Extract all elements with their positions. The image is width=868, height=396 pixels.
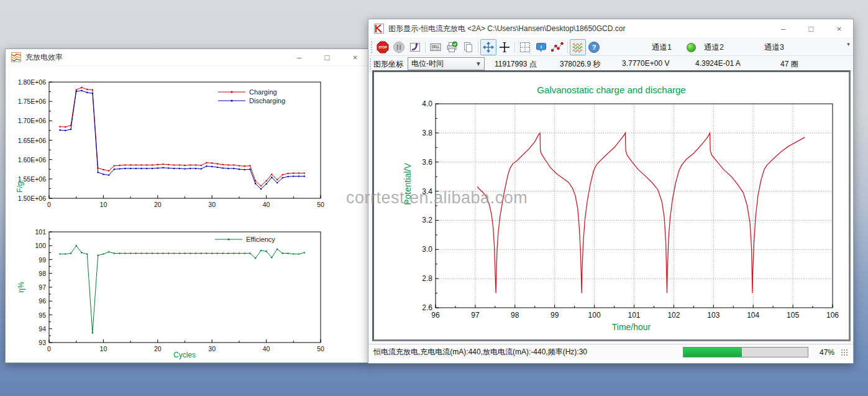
- svg-text:100: 100: [35, 242, 46, 249]
- right-window-titlebar[interactable]: 图形显示-恒电流充放电 <2A> C:\Users\Hansen\Desktop…: [368, 19, 853, 39]
- efficiency-chart: 0102030405093949596979899100101Efficienc…: [6, 226, 369, 357]
- channel-3-label[interactable]: 通道3: [764, 42, 784, 53]
- svg-text:1.80E+06: 1.80E+06: [18, 78, 46, 86]
- help-icon: ?: [588, 41, 600, 53]
- svg-text:3.8: 3.8: [422, 129, 432, 137]
- svg-text:97: 97: [471, 311, 480, 320]
- time-axis-label: Time/hour: [612, 322, 651, 332]
- cell-button[interactable]: CELL: [427, 39, 444, 55]
- grid-button[interactable]: [517, 39, 533, 55]
- svg-text:3.6: 3.6: [422, 158, 432, 167]
- axis-ticks: 0102030405093949596979899100101: [35, 228, 324, 352]
- app-window-icon: [374, 24, 384, 34]
- fit-view-button[interactable]: [480, 39, 496, 55]
- loops-readout: 47 圈: [780, 59, 798, 70]
- print-icon: [445, 41, 458, 53]
- svg-text:102: 102: [667, 311, 680, 320]
- svg-text:96: 96: [39, 297, 46, 305]
- channel-2-label[interactable]: 通道2: [704, 42, 724, 53]
- scatter-curve-icon: [551, 41, 564, 53]
- plot-frame: [49, 232, 321, 343]
- stop-icon: STOP: [377, 41, 389, 53]
- status-bar: 恒电流充放电,充电电流(mA):440,放电电流(mA):-440,频率(Hz)…: [368, 344, 853, 360]
- svg-text:10: 10: [100, 201, 107, 208]
- data-points-button[interactable]: [549, 39, 565, 55]
- pause-icon: [393, 41, 405, 53]
- progress-bar: [683, 347, 808, 357]
- svg-text:CELL: CELL: [432, 45, 439, 48]
- status-text: 恒电流充放电,充电电流(mA):440,放电电流(mA):-440,频率(Hz)…: [373, 347, 587, 357]
- svg-text:2.6: 2.6: [422, 303, 432, 312]
- coordinate-type-dropdown[interactable]: 电位-时间 ▼: [408, 57, 485, 70]
- dropdown-value: 电位-时间: [411, 58, 444, 69]
- progress-percent-label: 47%: [813, 348, 834, 357]
- toolbar-separator: [478, 42, 478, 53]
- svg-text:40: 40: [263, 201, 270, 208]
- svg-text:1.60E+06: 1.60E+06: [18, 156, 46, 163]
- svg-text:30: 30: [208, 201, 216, 208]
- svg-text:95: 95: [39, 311, 46, 319]
- fit-view-icon: [482, 41, 495, 53]
- svg-text:20: 20: [154, 345, 162, 352]
- grid-icon: [519, 41, 531, 53]
- edit-params-button[interactable]: [407, 39, 423, 55]
- svg-text:3.4: 3.4: [422, 187, 432, 196]
- svg-text:30: 30: [208, 345, 216, 352]
- close-button[interactable]: ×: [825, 19, 853, 38]
- svg-text:93: 93: [39, 339, 46, 346]
- coord-label: 图形坐标: [373, 59, 403, 70]
- svg-text:98: 98: [39, 270, 46, 277]
- crosshair-button[interactable]: [496, 39, 513, 55]
- svg-text:105: 105: [787, 311, 799, 320]
- svg-text:1.50E+06: 1.50E+06: [18, 195, 46, 202]
- toolbar-overflow-button[interactable]: ▾: [844, 42, 852, 52]
- fg-axis-label: F/g: [16, 182, 24, 192]
- svg-text:Discharging: Discharging: [249, 97, 285, 104]
- current-readout: 4.3924E-01 A: [695, 59, 741, 68]
- svg-text:106: 106: [826, 311, 839, 320]
- toolbar-separator: [567, 42, 568, 53]
- maximize-button[interactable]: □: [797, 19, 825, 38]
- toolbar-separator: [514, 42, 515, 53]
- axis-ticks: 969798991001011021031041051062.62.83.03.…: [422, 99, 839, 320]
- print-button[interactable]: [444, 39, 460, 55]
- annotation-button[interactable]: i: [533, 39, 549, 55]
- graph-display-window: 图形显示-恒电流充放电 <2A> C:\Users\Hansen\Desktop…: [368, 19, 854, 364]
- info-bubble-icon: i: [535, 41, 547, 53]
- svg-text:0: 0: [47, 345, 51, 352]
- pause-button[interactable]: [391, 39, 407, 55]
- svg-text:104: 104: [747, 311, 759, 320]
- minimize-button[interactable]: –: [769, 19, 797, 38]
- svg-text:101: 101: [628, 311, 640, 320]
- stop-button[interactable]: STOP: [375, 39, 391, 55]
- efficiency-window: 充放电效率 – □ × 010203040501.50E+061.55E+061…: [5, 48, 370, 363]
- crosshair-icon: [498, 41, 511, 53]
- legend: ChargingDischarging: [218, 88, 285, 104]
- svg-text:40: 40: [263, 345, 270, 352]
- svg-text:?: ?: [592, 44, 596, 51]
- svg-text:4.0: 4.0: [422, 99, 432, 108]
- svg-text:20: 20: [154, 201, 162, 208]
- svg-text:97: 97: [39, 283, 46, 291]
- series-lines: [59, 245, 305, 333]
- channel-1-label[interactable]: 通道1: [652, 42, 672, 53]
- copy-icon: [462, 41, 474, 53]
- svg-text:94: 94: [39, 325, 46, 333]
- edit-params-icon: [409, 41, 421, 53]
- resize-grip[interactable]: [841, 349, 848, 356]
- coordbar-grip: [370, 58, 371, 70]
- points-readout: 11917993 点: [495, 59, 537, 70]
- svg-text:50: 50: [317, 201, 324, 208]
- progress-fill: [683, 348, 742, 357]
- toolbar-separator: [425, 42, 426, 53]
- svg-text:3.0: 3.0: [422, 245, 432, 254]
- svg-text:99: 99: [550, 311, 559, 320]
- waveform-button[interactable]: [570, 39, 586, 55]
- help-button[interactable]: ?: [586, 39, 602, 55]
- seconds-readout: 378026.9 秒: [560, 59, 600, 70]
- copy-button[interactable]: [460, 39, 476, 55]
- svg-text:i: i: [541, 44, 542, 49]
- waveform-icon: [572, 41, 584, 53]
- cell-icon: CELL: [429, 41, 442, 53]
- svg-text:96: 96: [431, 311, 440, 320]
